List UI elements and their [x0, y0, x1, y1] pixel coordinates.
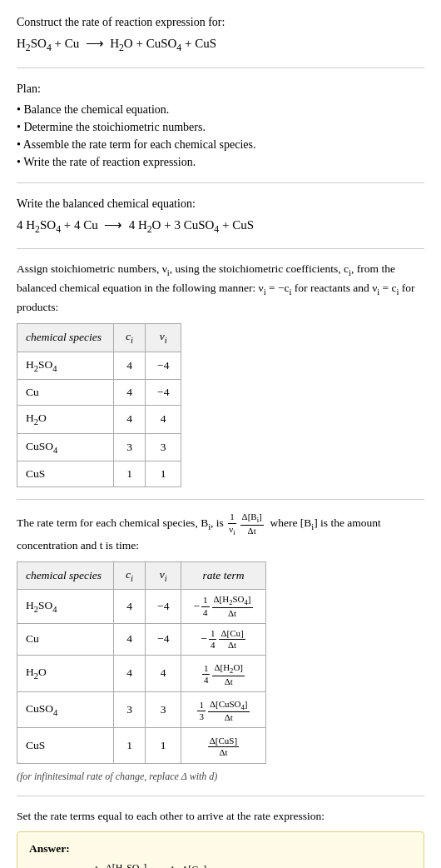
vi-h2o: 4 [146, 406, 181, 433]
col-header-vi: νi [146, 324, 181, 352]
table-row: Cu 4 −4 −14 Δ[Cu]Δt [17, 623, 266, 655]
species-cu: Cu [17, 379, 114, 405]
table-row: H2O 4 4 14 Δ[H2O]Δt [17, 656, 266, 692]
plan-label: Plan: [17, 80, 424, 97]
rate-table: chemical species ci νi rate term H2SO4 4… [17, 561, 266, 764]
assign-section: Assign stoichiometric numbers, νi, using… [17, 261, 424, 500]
answer-label: Answer: [29, 841, 412, 857]
rt-species-h2so4: H2SO4 [17, 590, 114, 624]
plan-step-1: • Balance the chemical equation. [17, 101, 424, 118]
vi-cu: −4 [146, 379, 181, 405]
rt-ci-cus: 1 [114, 728, 146, 763]
rate-table-footnote: (for infinitesimal rate of change, repla… [17, 769, 424, 784]
rt-species-cuso4: CuSO4 [17, 691, 114, 728]
ci-cus: 1 [114, 461, 146, 487]
table-row: CuS 1 1 [17, 461, 181, 487]
rt-term-cuso4: 13 Δ[CuSO4]Δt [181, 691, 265, 728]
species-h2so4: H2SO4 [17, 352, 114, 379]
answer-section: Set the rate terms equal to each other t… [17, 808, 424, 868]
rate-col-ci: ci [114, 561, 146, 589]
table-row: H2SO4 4 −4 −14 Δ[H2SO4]Δt [17, 590, 266, 624]
vi-h2so4: −4 [146, 352, 181, 379]
original-reaction: H2SO4 + Cu ⟶ H2O + CuSO4 + CuS [17, 34, 424, 56]
rate-intro: The rate term for each chemical species,… [17, 511, 424, 554]
balanced-equation: 4 H2SO4 + 4 Cu ⟶ 4 H2O + 3 CuSO4 + CuS [17, 216, 424, 237]
rt-vi-cu: −4 [146, 623, 181, 655]
balanced-label: Write the balanced chemical equation: [17, 195, 424, 212]
rt-ci-cuso4: 3 [114, 691, 146, 728]
rt-species-cus: CuS [17, 728, 114, 763]
plan-step-3: • Assemble the rate term for each chemic… [17, 136, 424, 153]
table-row: CuS 1 1 Δ[CuS]Δt [17, 728, 266, 763]
construct-section: Construct the rate of reaction expressio… [17, 13, 424, 68]
table-row: Cu 4 −4 [17, 379, 181, 405]
species-cus: CuS [17, 461, 114, 487]
vi-cus: 1 [146, 461, 181, 487]
rate-col-species: chemical species [17, 561, 114, 589]
ci-h2o: 4 [114, 406, 146, 433]
rt-ci-h2o: 4 [114, 656, 146, 692]
col-header-ci: ci [114, 324, 146, 352]
rt-vi-cus: 1 [146, 728, 181, 763]
rt-species-h2o: H2O [17, 656, 114, 692]
rt-ci-cu: 4 [114, 623, 146, 655]
rate-section: The rate term for each chemical species,… [17, 511, 424, 796]
col-header-species: chemical species [17, 324, 114, 352]
assign-intro: Assign stoichiometric numbers, νi, using… [17, 261, 424, 317]
rt-vi-cuso4: 3 [146, 691, 181, 728]
ci-h2so4: 4 [114, 352, 146, 379]
rate-formula-frac: 1 νi [227, 511, 236, 536]
construct-label: Construct the rate of reaction expressio… [17, 13, 424, 31]
answer-box: Answer: rate = −14 Δ[H2SO4]Δt = −14 Δ[Cu… [17, 831, 424, 868]
plan-step-2: • Determine the stoichiometric numbers. [17, 118, 424, 136]
balanced-section: Write the balanced chemical equation: 4 … [17, 195, 424, 250]
rt-species-cu: Cu [17, 623, 114, 655]
set-equal-label: Set the rate terms equal to each other t… [17, 808, 424, 825]
table-row: H2O 4 4 [17, 406, 181, 433]
table-row: H2SO4 4 −4 [17, 352, 181, 379]
rate-col-vi: νi [146, 561, 181, 589]
rt-term-cus: Δ[CuS]Δt [181, 728, 265, 763]
ci-cu: 4 [114, 379, 146, 405]
answer-rate: rate = −14 Δ[H2SO4]Δt = −14 Δ[Cu]Δt = 14… [29, 862, 412, 868]
vi-cuso4: 3 [146, 433, 181, 461]
rt-term-h2o: 14 Δ[H2O]Δt [181, 656, 265, 692]
ci-cuso4: 3 [114, 433, 146, 461]
table-row: CuSO4 3 3 13 Δ[CuSO4]Δt [17, 691, 266, 728]
stoich-table: chemical species ci νi H2SO4 4 −4 Cu 4 −… [17, 323, 181, 487]
rate-col-term: rate term [181, 561, 265, 589]
species-cuso4: CuSO4 [17, 433, 114, 461]
plan-section: Plan: • Balance the chemical equation. •… [17, 80, 424, 183]
rt-ci-h2so4: 4 [114, 590, 146, 624]
rt-vi-h2so4: −4 [146, 590, 181, 624]
table-row: CuSO4 3 3 [17, 433, 181, 461]
species-h2o: H2O [17, 406, 114, 433]
plan-step-4: • Write the rate of reaction expression. [17, 153, 424, 171]
rt-vi-h2o: 4 [146, 656, 181, 692]
rt-term-cu: −14 Δ[Cu]Δt [181, 623, 265, 655]
rt-term-h2so4: −14 Δ[H2SO4]Δt [181, 590, 265, 624]
rate-delta-frac: Δ[Bi] Δt [240, 511, 264, 536]
